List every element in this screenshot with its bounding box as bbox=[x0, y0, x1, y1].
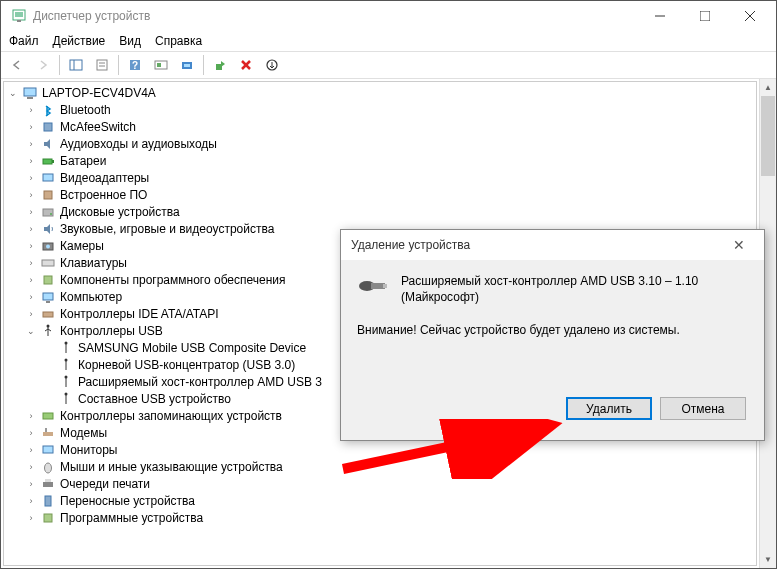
expand-icon[interactable]: › bbox=[24, 426, 38, 440]
tree-root[interactable]: ⌄ LAPTOP-ECV4DV4A bbox=[6, 84, 754, 101]
maximize-button[interactable] bbox=[682, 1, 727, 31]
expand-icon[interactable]: › bbox=[24, 256, 38, 270]
tree-item-printqueue[interactable]: ›Очереди печати bbox=[24, 475, 754, 492]
scroll-thumb[interactable] bbox=[761, 96, 775, 176]
usb-device-icon bbox=[58, 340, 74, 356]
tree-item-softdev[interactable]: ›Программные устройства bbox=[24, 509, 754, 526]
menu-help[interactable]: Справка bbox=[155, 34, 202, 48]
svg-point-38 bbox=[47, 324, 50, 327]
svg-rect-25 bbox=[43, 159, 52, 164]
enable-button[interactable] bbox=[208, 53, 232, 77]
close-button[interactable] bbox=[727, 1, 772, 31]
tree-item-portable[interactable]: ›Переносные устройства bbox=[24, 492, 754, 509]
expand-icon[interactable]: › bbox=[24, 171, 38, 185]
tree-item-firmware[interactable]: ›Встроенное ПО bbox=[24, 186, 754, 203]
svg-rect-17 bbox=[184, 64, 190, 67]
keyboard-icon bbox=[40, 255, 56, 271]
display-icon bbox=[40, 170, 56, 186]
tree-item-battery[interactable]: ›Батареи bbox=[24, 152, 754, 169]
tree-item-mouse[interactable]: ›Мыши и иные указывающие устройства bbox=[24, 458, 754, 475]
uninstall-dialog: Удаление устройства ✕ Расширяемый хост-к… bbox=[340, 229, 765, 441]
svg-rect-22 bbox=[24, 88, 36, 96]
portable-icon bbox=[40, 493, 56, 509]
menubar: Файл Действие Вид Справка bbox=[1, 31, 776, 51]
svg-rect-1 bbox=[15, 12, 23, 17]
svg-point-30 bbox=[50, 213, 52, 215]
svg-rect-33 bbox=[42, 260, 54, 266]
scan-hardware-button[interactable] bbox=[175, 53, 199, 77]
chip-icon bbox=[40, 119, 56, 135]
chip-icon bbox=[40, 187, 56, 203]
expand-icon[interactable]: › bbox=[24, 273, 38, 287]
menu-action[interactable]: Действие bbox=[53, 34, 106, 48]
delete-button[interactable]: Удалить bbox=[566, 397, 652, 420]
expand-icon[interactable]: › bbox=[24, 239, 38, 253]
svg-rect-53 bbox=[371, 283, 385, 289]
scroll-down-button[interactable]: ▼ bbox=[760, 551, 776, 568]
expand-icon[interactable]: › bbox=[24, 443, 38, 457]
expand-icon[interactable]: › bbox=[24, 460, 38, 474]
svg-rect-43 bbox=[43, 413, 53, 419]
svg-point-40 bbox=[65, 358, 68, 361]
dialog-title: Удаление устройства bbox=[351, 238, 724, 252]
tree-item-audio[interactable]: ›Аудиовходы и аудиовыходы bbox=[24, 135, 754, 152]
expand-icon[interactable]: › bbox=[24, 154, 38, 168]
expand-icon[interactable]: › bbox=[24, 137, 38, 151]
svg-rect-54 bbox=[383, 284, 387, 288]
svg-point-39 bbox=[65, 341, 68, 344]
expand-icon[interactable]: › bbox=[24, 409, 38, 423]
storage-icon bbox=[40, 408, 56, 424]
tree-item-monitor[interactable]: ›Мониторы bbox=[24, 441, 754, 458]
update-driver-button[interactable] bbox=[260, 53, 284, 77]
dialog-titlebar: Удаление устройства ✕ bbox=[341, 230, 764, 260]
menu-file[interactable]: Файл bbox=[9, 34, 39, 48]
svg-rect-24 bbox=[44, 123, 52, 131]
collapse-icon[interactable]: ⌄ bbox=[6, 86, 20, 100]
help-button[interactable]: ? bbox=[123, 53, 147, 77]
tree-root-label: LAPTOP-ECV4DV4A bbox=[42, 86, 156, 100]
minimize-button[interactable] bbox=[637, 1, 682, 31]
tree-item-disk[interactable]: ›Дисковые устройства bbox=[24, 203, 754, 220]
properties-button[interactable] bbox=[90, 53, 114, 77]
pc-icon bbox=[40, 289, 56, 305]
collapse-icon[interactable]: ⌄ bbox=[24, 324, 38, 338]
ide-icon bbox=[40, 306, 56, 322]
expand-icon[interactable]: › bbox=[24, 511, 38, 525]
software-icon bbox=[40, 510, 56, 526]
dialog-close-button[interactable]: ✕ bbox=[724, 237, 754, 253]
svg-rect-50 bbox=[45, 496, 51, 506]
titlebar: Диспетчер устройств bbox=[1, 1, 776, 31]
usb-icon bbox=[40, 323, 56, 339]
back-button[interactable] bbox=[5, 53, 29, 77]
expand-icon[interactable]: › bbox=[24, 494, 38, 508]
svg-rect-26 bbox=[52, 160, 54, 163]
show-hide-tree-button[interactable] bbox=[64, 53, 88, 77]
expand-icon[interactable]: › bbox=[24, 205, 38, 219]
expand-icon[interactable]: › bbox=[24, 307, 38, 321]
expand-icon[interactable]: › bbox=[24, 477, 38, 491]
expand-icon[interactable]: › bbox=[24, 290, 38, 304]
menu-view[interactable]: Вид bbox=[119, 34, 141, 48]
app-icon bbox=[11, 8, 27, 24]
scroll-up-button[interactable]: ▲ bbox=[760, 79, 776, 96]
svg-rect-29 bbox=[43, 209, 53, 216]
tree-item-video[interactable]: ›Видеоадаптеры bbox=[24, 169, 754, 186]
tree-item-mcafee[interactable]: ›McAfeeSwitch bbox=[24, 118, 754, 135]
forward-button[interactable] bbox=[31, 53, 55, 77]
action-icon-1[interactable] bbox=[149, 53, 173, 77]
expand-icon[interactable]: › bbox=[24, 222, 38, 236]
usb-device-icon bbox=[58, 391, 74, 407]
audio-icon bbox=[40, 136, 56, 152]
svg-rect-35 bbox=[43, 293, 53, 300]
svg-rect-37 bbox=[43, 312, 53, 317]
expand-icon[interactable]: › bbox=[24, 103, 38, 117]
svg-rect-4 bbox=[700, 11, 710, 21]
uninstall-button[interactable] bbox=[234, 53, 258, 77]
expand-icon[interactable]: › bbox=[24, 120, 38, 134]
tree-item-bluetooth[interactable]: ›Bluetooth bbox=[24, 101, 754, 118]
cancel-button[interactable]: Отмена bbox=[660, 397, 746, 420]
svg-rect-2 bbox=[17, 20, 21, 22]
svg-rect-7 bbox=[70, 60, 82, 70]
expand-icon[interactable]: › bbox=[24, 188, 38, 202]
usb-controller-icon bbox=[357, 276, 389, 296]
